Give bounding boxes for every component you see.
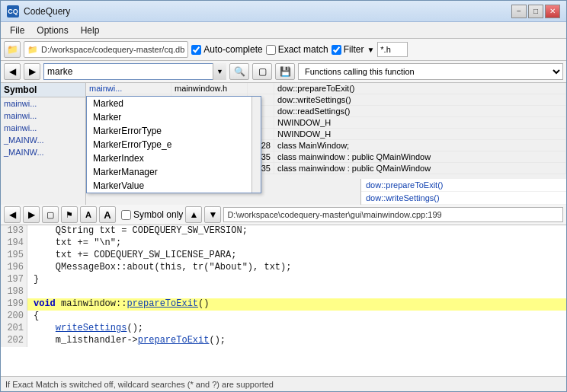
export-button[interactable]: 💾	[275, 63, 295, 80]
title-bar: CQ CodeQuery − □ ✕	[1, 1, 566, 22]
app-window: CQ CodeQuery − □ ✕ File Options Help 📁 📁…	[0, 0, 567, 392]
line-num: 199	[1, 298, 27, 311]
back-button[interactable]: ◀	[4, 63, 21, 80]
window-controls: − □ ✕	[511, 5, 560, 18]
window-title: CodeQuery	[24, 6, 511, 17]
exact-match-label: Exact match	[278, 44, 328, 55]
close-button[interactable]: ✕	[545, 5, 560, 18]
code-line-198: 198	[1, 286, 566, 298]
src-down-button[interactable]: ▼	[204, 206, 221, 223]
minimize-button[interactable]: −	[511, 5, 527, 18]
symbol-panel: Symbol mainwi... mainwi... mainwi... _MA…	[1, 83, 86, 205]
menu-help[interactable]: Help	[75, 24, 106, 37]
line-num: 196	[1, 262, 27, 274]
autocomplete-checkbox[interactable]	[191, 45, 201, 55]
maximize-button[interactable]: □	[528, 5, 543, 18]
menu-bar: File Options Help	[1, 22, 566, 39]
search-button[interactable]: 🔍	[229, 63, 249, 80]
open-db-button[interactable]: 📁	[4, 41, 21, 58]
line-num: 195	[1, 250, 27, 262]
src-bookmark-button[interactable]: ⚑	[61, 206, 78, 223]
line-content: txt += CODEQUERY_SW_LICENSE_PARA;	[27, 250, 236, 262]
caller-item-1[interactable]: dow::writeSettings()	[361, 192, 566, 205]
line-num: 197	[1, 274, 27, 286]
search-dropdown-button[interactable]: ▼	[213, 63, 226, 80]
symbol-only-label: Symbol only	[133, 209, 183, 220]
filter-dropdown-icon[interactable]: ▼	[367, 46, 374, 54]
cell-text: dow::readSettings()	[274, 106, 566, 116]
symbol-item-1[interactable]: mainwi...	[1, 110, 85, 122]
src-forward-button[interactable]: ▶	[23, 206, 40, 223]
symbol-item-0[interactable]: mainwi...	[1, 97, 85, 110]
filter-checkbox-label[interactable]: Filter	[332, 44, 364, 55]
ac-item-0[interactable]: Marked	[87, 97, 261, 110]
ac-item-4[interactable]: MarkerIndex	[87, 151, 261, 165]
scope-select[interactable]: Functions calling this function Function…	[298, 63, 563, 80]
code-line-202: 202 m_listhandler->prepareToExit();	[1, 335, 566, 347]
line-content: }	[27, 274, 39, 286]
cell-line	[248, 83, 274, 94]
code-line-196: 196 QMessageBox::about(this, tr("About")…	[1, 262, 566, 274]
src-font-small-button[interactable]: A	[80, 206, 97, 223]
callers-panel: dow::prepareToExit() dow::writeSettings(…	[360, 179, 566, 205]
line-content: {	[27, 311, 39, 323]
search-input[interactable]	[43, 63, 226, 80]
menu-file[interactable]: File	[4, 24, 30, 37]
cell-text: NWINDOW_H	[274, 117, 566, 128]
ac-item-3[interactable]: MarkerErrorType_e	[87, 138, 261, 151]
src-home-button[interactable]: ▢	[42, 206, 59, 223]
db-path-display: 📁 D:/workspace/codequery-master/cq.db	[24, 41, 188, 58]
code-line-194: 194 txt += "\n";	[1, 237, 566, 250]
bottom-section: ◀ ▶ ▢ ⚑ A A Symbol only ▲ ▼ D:\workspace…	[1, 205, 566, 376]
ac-item-6[interactable]: MarkerValue	[87, 179, 261, 193]
line-content: void mainwindow::prepareToExit()	[27, 298, 209, 311]
exact-match-checkbox-label[interactable]: Exact match	[266, 44, 328, 55]
src-up-button[interactable]: ▲	[185, 206, 202, 223]
caller-item-0[interactable]: dow::prepareToExit()	[361, 179, 566, 192]
symbol-only-checkbox[interactable]	[121, 210, 131, 220]
cell-text: NWINDOW_H	[274, 129, 566, 139]
source-toolbar: ◀ ▶ ▢ ⚑ A A Symbol only ▲ ▼ D:\workspace…	[1, 205, 566, 225]
forward-button[interactable]: ▶	[24, 63, 40, 80]
autocomplete-checkbox-label[interactable]: Auto-complete	[191, 44, 262, 55]
line-content: writeSettings();	[27, 323, 143, 335]
ac-item-2[interactable]: MarkerErrorType	[87, 124, 261, 138]
exact-match-checkbox[interactable]	[266, 45, 276, 55]
code-view[interactable]: 193 QString txt = CODEQUERY_SW_VERSION; …	[1, 225, 566, 376]
menu-options[interactable]: Options	[30, 24, 74, 37]
line-content	[27, 286, 39, 298]
autocomplete-label: Auto-complete	[203, 44, 262, 55]
line-num: 202	[1, 335, 27, 347]
src-back-button[interactable]: ◀	[4, 206, 21, 223]
autocomplete-dropdown: Marked Marker MarkerErrorType MarkerErro…	[86, 96, 261, 193]
cell-text: class mainwindow : public QMainWindow	[274, 151, 566, 162]
filter-checkbox[interactable]	[332, 45, 341, 55]
cell-text: dow::writeSettings()	[274, 94, 566, 105]
line-content: txt += "\n";	[27, 237, 121, 250]
cell-text: dow::prepareToExit()	[274, 83, 566, 94]
status-text: If Exact Match is switched off, wildcard…	[5, 380, 274, 389]
folder-icon: 📁	[27, 45, 38, 55]
ac-item-1[interactable]: Marker	[87, 110, 261, 124]
ac-scrollbar[interactable]	[251, 97, 261, 193]
src-font-large-button[interactable]: A	[99, 206, 116, 223]
app-icon: CQ	[7, 5, 19, 18]
code-line-197: 197 }	[1, 274, 566, 286]
symbol-item-4[interactable]: _MAINW...	[1, 146, 85, 158]
code-line-193: 193 QString txt = CODEQUERY_SW_VERSION;	[1, 225, 566, 237]
code-line-199: 199 void mainwindow::prepareToExit()	[1, 298, 566, 311]
clear-button[interactable]: ▢	[252, 63, 272, 80]
symbol-item-3[interactable]: _MAINW...	[1, 134, 85, 146]
line-num: 200	[1, 311, 27, 323]
table-row[interactable]: mainwi... mainwindow.h dow::prepareToExi…	[86, 83, 566, 94]
symbol-item-2[interactable]: mainwi...	[1, 122, 85, 134]
db-path-text: D:/workspace/codequery-master/cq.db	[41, 45, 184, 54]
extension-filter-input[interactable]	[377, 42, 408, 57]
cell-text: class mainwindow : public QMainWindow	[274, 163, 566, 174]
cell-text: class MainWindow;	[274, 140, 566, 151]
symbol-only-checkbox-label[interactable]: Symbol only	[121, 209, 183, 220]
line-content: m_listhandler->prepareToExit();	[27, 335, 226, 347]
line-num: 193	[1, 225, 27, 237]
line-num: 198	[1, 286, 27, 298]
ac-item-5[interactable]: MarkerManager	[87, 165, 261, 179]
